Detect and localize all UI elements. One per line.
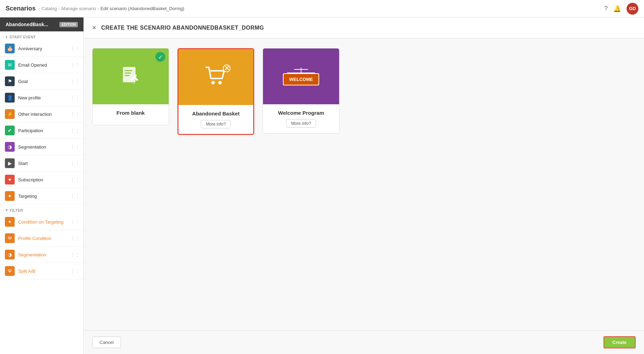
drag-handle[interactable]: ⋮⋮: [70, 46, 80, 51]
sidebar-item-subscription[interactable]: ♥Subscription⋮⋮: [0, 172, 83, 188]
card-welcome-program[interactable]: WELCOME Welcome Program More info?: [263, 48, 339, 134]
drag-handle[interactable]: ⋮⋮: [70, 111, 80, 117]
sidebar: AbandonedBask... EDITION ▾ START EVENT 🎂…: [0, 17, 84, 354]
welcome-sign: WELCOME: [283, 73, 319, 85]
split-a/b-icon: Ψ: [5, 266, 15, 276]
app-title: Scenarios: [6, 5, 36, 12]
sidebar-item-start[interactable]: ▶Start⋮⋮: [0, 155, 83, 172]
filter-item-profile-condition[interactable]: ΨProfile Condition⋮⋮: [0, 230, 83, 247]
card-welcome-program-name: Welcome Program: [269, 110, 334, 116]
bell-icon[interactable]: 🔔: [613, 5, 621, 13]
drag-handle[interactable]: ⋮⋮: [70, 144, 80, 150]
drag-handle[interactable]: ⋮⋮: [70, 78, 80, 84]
create-button[interactable]: Create: [603, 336, 636, 348]
card-abandoned-basket[interactable]: ✕ Abandoned Basket More info?: [177, 48, 254, 135]
filter-item-segmentation[interactable]: ◑Segmentation⋮⋮: [0, 247, 83, 263]
drag-handle[interactable]: ⋮⋮: [70, 219, 80, 225]
sidebar-item-label: Anniversary: [18, 46, 67, 51]
avatar[interactable]: GD: [627, 3, 638, 15]
drag-handle[interactable]: ⋮⋮: [70, 95, 80, 100]
filter-items-list: ✦Condition on Targeting⋮⋮ΨProfile Condit…: [0, 214, 83, 279]
svg-rect-1: [125, 70, 132, 71]
cart-x-icon: ✕: [223, 65, 230, 72]
sidebar-item-label: Segmentation: [18, 144, 67, 150]
sidebar-item-new-profile[interactable]: 👤New profile⋮⋮: [0, 90, 83, 106]
svg-point-8: [218, 81, 222, 84]
drag-handle[interactable]: ⋮⋮: [70, 160, 80, 166]
topnav-right: ? 🔔 GD: [604, 3, 638, 15]
cancel-button[interactable]: Cancel: [92, 337, 121, 348]
sidebar-item-label: Goal: [18, 79, 67, 84]
welcome-sign-wrapper: WELCOME: [283, 68, 319, 85]
svg-rect-2: [125, 73, 131, 74]
new-profile-icon: 👤: [5, 93, 15, 103]
card-from-blank-image: ✓: [93, 48, 169, 104]
sidebar-scenario-name: AbandonedBask...: [6, 22, 48, 27]
card-welcome-program-body: Welcome Program More info?: [263, 104, 339, 133]
main-content: × CREATE THE SCENARIO ABANDONNEDBASKET_D…: [84, 17, 644, 354]
filter-item-condition-on-targeting[interactable]: ✦Condition on Targeting⋮⋮: [0, 214, 83, 230]
drag-handle[interactable]: ⋮⋮: [70, 235, 80, 241]
card-from-blank-name: From blank: [98, 110, 163, 116]
sidebar-header: AbandonedBask... EDITION: [0, 17, 83, 31]
drag-handle[interactable]: ⋮⋮: [70, 128, 80, 133]
participation-icon: ✔: [5, 126, 15, 135]
sidebar-item-participation[interactable]: ✔Participation⋮⋮: [0, 122, 83, 139]
targeting-icon: ✦: [5, 191, 15, 201]
segmentation-icon: ◑: [5, 250, 15, 259]
drag-handle[interactable]: ⋮⋮: [70, 268, 80, 274]
breadcrumb-current: Edit scenario (AbandonedBasket_Dormg): [101, 6, 184, 11]
breadcrumb-manage[interactable]: Manage scenario: [61, 6, 96, 11]
sidebar-item-label: Other interaction: [18, 112, 67, 117]
edition-badge: EDITION: [59, 22, 78, 27]
anniversary-icon: 🎂: [5, 44, 15, 53]
card-abandoned-basket-body: Abandoned Basket More info?: [178, 105, 253, 134]
filter-item-label: Profile Condition: [18, 236, 67, 241]
filter-item-label: Segmentation: [18, 252, 67, 257]
layout: AbandonedBask... EDITION ▾ START EVENT 🎂…: [0, 17, 644, 354]
filter-item-split-a/b[interactable]: ΨSplit A/B⋮⋮: [0, 263, 83, 279]
cart-icon-wrapper: ✕: [205, 66, 227, 88]
sidebar-item-label: Subscription: [18, 177, 67, 182]
start-icon: ▶: [5, 158, 15, 168]
sidebar-item-targeting[interactable]: ✦Targeting⋮⋮: [0, 188, 83, 204]
segmentation-icon: ◑: [5, 142, 15, 152]
condition-on-targeting-icon: ✦: [5, 217, 15, 227]
breadcrumb: › Catalog › Manage scenario › Edit scena…: [38, 6, 184, 11]
email-opened-icon: ✉: [5, 60, 15, 70]
filter-section: ▾ FILTER: [0, 204, 83, 214]
drag-handle[interactable]: ⋮⋮: [70, 177, 80, 182]
card-from-blank[interactable]: ✓ From blank: [92, 48, 169, 125]
sidebar-item-other-interaction[interactable]: ⚡Other interaction⋮⋮: [0, 106, 83, 122]
card-abandoned-basket-name: Abandoned Basket: [184, 111, 248, 116]
close-button[interactable]: ×: [92, 24, 96, 32]
other-interaction-icon: ⚡: [5, 109, 15, 119]
drag-handle[interactable]: ⋮⋮: [70, 193, 80, 199]
sidebar-item-anniversary[interactable]: 🎂Anniversary⋮⋮: [0, 40, 83, 57]
subscription-icon: ♥: [5, 175, 15, 184]
drag-handle[interactable]: ⋮⋮: [70, 62, 80, 68]
svg-point-7: [211, 81, 215, 84]
sidebar-item-segmentation[interactable]: ◑Segmentation⋮⋮: [0, 139, 83, 155]
main-footer: Cancel Create: [84, 330, 644, 354]
sidebar-item-label: New profile: [18, 95, 67, 100]
profile-condition-icon: Ψ: [5, 233, 15, 243]
svg-rect-3: [125, 75, 130, 76]
topnav: Scenarios › Catalog › Manage scenario › …: [0, 0, 644, 17]
filter-item-label: Split A/B: [18, 269, 67, 274]
sidebar-item-goal[interactable]: ⚑Goal⋮⋮: [0, 73, 83, 90]
document-pencil-icon: [120, 65, 141, 88]
svg-marker-5: [133, 83, 135, 84]
welcome-program-more-info-button[interactable]: More info?: [286, 119, 316, 128]
goal-icon: ⚑: [5, 76, 15, 86]
sidebar-item-label: Participation: [18, 128, 67, 133]
sidebar-items-list: 🎂Anniversary⋮⋮✉Email Opened⋮⋮⚑Goal⋮⋮👤New…: [0, 40, 83, 204]
sidebar-item-label: Start: [18, 161, 67, 166]
help-icon[interactable]: ?: [604, 5, 608, 12]
breadcrumb-catalog[interactable]: Catalog: [41, 6, 57, 11]
card-abandoned-basket-image: ✕: [178, 49, 253, 105]
main-header: × CREATE THE SCENARIO ABANDONNEDBASKET_D…: [84, 17, 644, 38]
sidebar-item-email-opened[interactable]: ✉Email Opened⋮⋮: [0, 57, 83, 73]
abandoned-basket-more-info-button[interactable]: More info?: [201, 120, 231, 128]
drag-handle[interactable]: ⋮⋮: [70, 252, 80, 257]
